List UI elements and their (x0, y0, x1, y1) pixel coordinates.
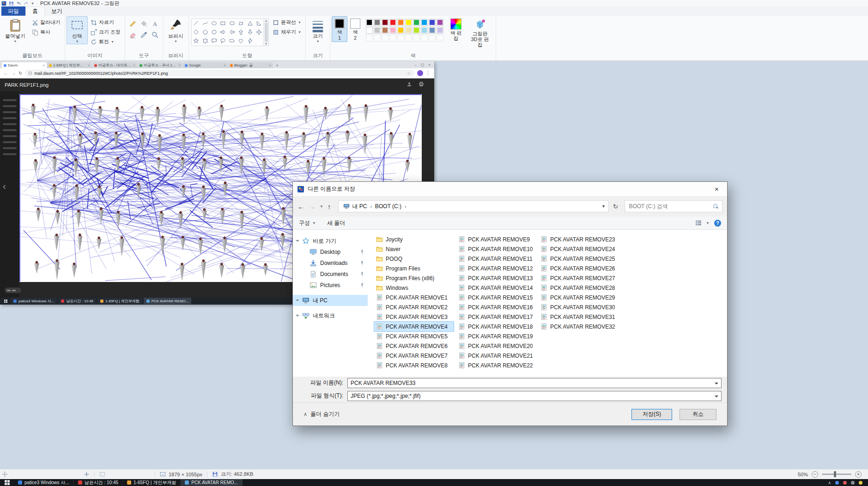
empty-color-slot[interactable] (382, 35, 388, 42)
file-item[interactable]: PCK AVATAR REMOVE3 (374, 312, 454, 322)
help-icon[interactable]: ? (714, 220, 721, 227)
bookmark-star-icon[interactable]: ☆ (407, 71, 411, 76)
color-swatch[interactable] (389, 27, 396, 34)
tray-network-icon[interactable] (851, 481, 855, 485)
taskbar-button[interactable]: 1-65FQ | 개인부캐함 (123, 479, 181, 486)
nav-back-icon[interactable]: ← (297, 203, 304, 210)
color-swatch[interactable] (421, 19, 428, 26)
zoom-out-button[interactable]: − (812, 471, 818, 478)
scroll-down-icon[interactable]: ▼ (265, 42, 267, 45)
organize-button[interactable]: 구성▼ (299, 219, 316, 227)
file-item[interactable]: PCK AVATAR REMOVE6 (374, 341, 454, 351)
shape-button[interactable] (228, 28, 237, 36)
empty-color-slot[interactable] (389, 35, 396, 42)
browser-tab[interactable]: Blogger: 글× (228, 62, 273, 68)
file-item[interactable]: PCK AVATAR REMOVE21 (456, 351, 536, 360)
sidebar-item-바로-가기[interactable]: 바로 가기 (293, 235, 368, 246)
shape-button[interactable] (210, 28, 219, 36)
file-item[interactable]: PCK AVATAR REMOVE29 (539, 293, 618, 302)
save-button[interactable]: 저장(S) (631, 409, 672, 420)
breadcrumb[interactable]: 내 PC › BOOT (C:) › ▼ (338, 200, 609, 212)
cancel-button[interactable]: 취소 (680, 409, 716, 420)
file-item[interactable]: PCK AVATAR REMOVE5 (374, 331, 454, 341)
browser-forward-icon[interactable]: → (11, 71, 16, 76)
shape-button[interactable] (245, 19, 254, 28)
copy-button[interactable]: 복사 (30, 28, 62, 36)
crop-button[interactable]: 자르기 (89, 18, 122, 26)
breadcrumb-pc[interactable]: 내 PC (340, 201, 370, 212)
color-swatch[interactable] (437, 27, 443, 34)
pencil-tool[interactable] (128, 19, 138, 29)
file-item[interactable]: PCK AVATAR REMOVE15 (456, 293, 536, 302)
color-swatch[interactable] (366, 19, 373, 26)
chevron-down-icon[interactable] (296, 315, 299, 318)
shape-button[interactable] (219, 36, 227, 45)
taskbar-button[interactable]: 1-65FQ | 개인부캐함 (97, 298, 142, 304)
tray-volume-icon[interactable] (859, 481, 862, 485)
color-swatch[interactable] (366, 27, 373, 34)
file-item[interactable]: PCK AVATAR REMOVE22 (456, 360, 536, 370)
redo-icon[interactable] (24, 1, 29, 6)
file-item[interactable]: PCK AVATAR REMOVE13 (456, 273, 536, 283)
color-swatch[interactable] (389, 19, 396, 26)
browser-tab[interactable]: 미궁루스 - 네이트 검색× (92, 62, 137, 68)
file-item[interactable]: PCK AVATAR REMOVE2 (374, 302, 454, 312)
filename-input[interactable]: PCK AVATAR REMOVE33 (347, 378, 722, 388)
zoom-slider[interactable] (822, 474, 851, 475)
taskbar-button[interactable]: patice3 Windows 사... (14, 479, 74, 486)
file-item[interactable]: PCK AVATAR REMOVE25 (539, 254, 618, 264)
folder-item[interactable]: POOQ (374, 254, 454, 264)
browser-refresh-icon[interactable]: ↻ (18, 71, 22, 76)
nav-up-icon[interactable]: ↑ (328, 203, 331, 210)
folder-item[interactable]: Program Files (x86) (374, 273, 454, 283)
file-item[interactable]: PCK AVATAR REMOVE8 (374, 360, 454, 370)
view-mode-icon[interactable] (696, 221, 702, 225)
outline-button[interactable]: 윤곽선 ▼ (271, 18, 303, 26)
color-swatch[interactable] (382, 27, 388, 34)
chevron-down-icon[interactable] (296, 240, 299, 244)
shape-button[interactable] (228, 19, 237, 28)
nav-forward-icon[interactable]: → (309, 203, 316, 210)
file-item[interactable]: PCK AVATAR REMOVE11 (456, 254, 536, 264)
site-info-icon[interactable] (29, 72, 32, 75)
folder-item[interactable]: Windows (374, 283, 454, 293)
empty-color-slot[interactable] (366, 35, 373, 42)
size-button[interactable]: 크기 ▼ (307, 16, 328, 44)
tab-file[interactable]: 파일 (1, 6, 25, 16)
file-item[interactable]: PCK AVATAR REMOVE20 (456, 341, 536, 351)
fill-tool[interactable] (139, 19, 149, 29)
shape-button[interactable] (192, 28, 200, 36)
file-item[interactable]: PCK AVATAR REMOVE19 (456, 331, 536, 341)
file-item[interactable]: PCK AVATAR REMOVE4 (374, 322, 454, 331)
color-swatch[interactable] (397, 19, 404, 26)
taskbar-button[interactable]: 남은시간 : 10:45 (74, 479, 123, 486)
color-swatch[interactable] (374, 19, 381, 26)
sidebar-item-documents[interactable]: Documents (293, 269, 368, 280)
refresh-icon[interactable]: ↻ (609, 203, 622, 210)
tab-close-icon[interactable]: × (224, 63, 226, 67)
color-swatch[interactable] (437, 19, 443, 26)
brushes-button[interactable]: 브러시 ▼ (164, 16, 187, 44)
shape-button[interactable] (210, 36, 219, 45)
browser-profile-avatar[interactable] (417, 70, 423, 76)
tab-close-icon[interactable]: × (269, 63, 271, 67)
hide-folders-button[interactable]: ∧ 폴더 숨기기 (303, 410, 340, 418)
zoom-in-button[interactable]: + (855, 471, 862, 478)
color-swatch[interactable] (429, 27, 436, 34)
folder-item[interactable]: Joycity (374, 234, 454, 244)
browser-tab[interactable]: 1-65FQ | 개인부캐함 | Daum 카...× (47, 62, 92, 68)
sidebar-item-downloads[interactable]: Downloads (293, 258, 368, 269)
browser-tab[interactable]: Daum× (2, 62, 47, 68)
shape-fill-button[interactable]: 채우기 ▼ (271, 28, 303, 36)
empty-color-slot[interactable] (374, 35, 381, 42)
file-item[interactable]: PCK AVATAR REMOVE26 (539, 264, 618, 273)
sidebar-item-네트워크[interactable]: 네트워크 (293, 310, 368, 321)
empty-color-slot[interactable] (413, 35, 420, 42)
viewer-prev-arrow[interactable]: ‹ (3, 181, 6, 192)
file-item[interactable]: PCK AVATAR REMOVE10 (456, 244, 536, 254)
shape-button[interactable] (237, 28, 245, 36)
color-swatch[interactable] (405, 19, 412, 26)
shape-button[interactable] (210, 19, 219, 28)
color-swatch[interactable] (405, 27, 412, 34)
file-item[interactable]: PCK AVATAR REMOVE14 (456, 283, 536, 293)
